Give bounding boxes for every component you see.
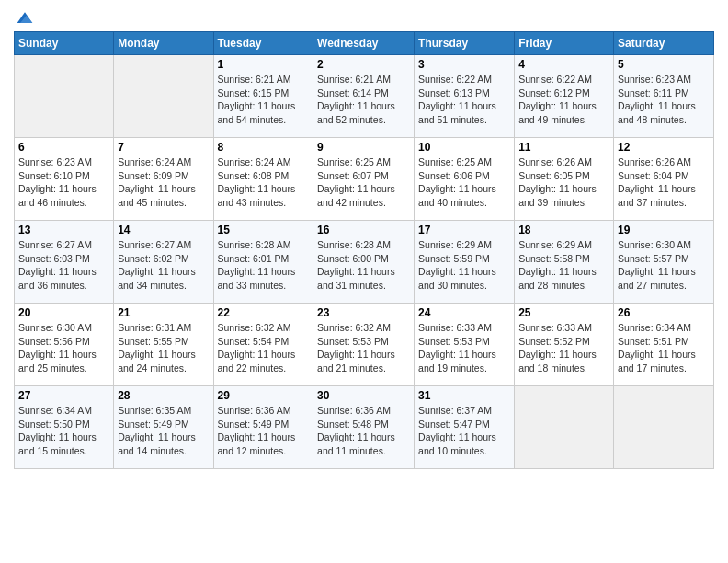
- day-number: 30: [317, 389, 410, 402]
- day-detail: Sunrise: 6:23 AM Sunset: 6:11 PM Dayligh…: [618, 73, 710, 127]
- calendar-cell: 4Sunrise: 6:22 AM Sunset: 6:12 PM Daylig…: [515, 55, 614, 138]
- day-detail: Sunrise: 6:35 AM Sunset: 5:49 PM Dayligh…: [118, 404, 209, 458]
- day-number: 9: [317, 141, 410, 154]
- day-number: 14: [118, 224, 209, 236]
- day-number: 25: [518, 306, 609, 319]
- day-detail: Sunrise: 6:22 AM Sunset: 6:13 PM Dayligh…: [418, 73, 510, 127]
- day-number: 12: [618, 141, 710, 154]
- calendar-cell: 20Sunrise: 6:30 AM Sunset: 5:56 PM Dayli…: [15, 304, 114, 386]
- calendar-cell: 3Sunrise: 6:22 AM Sunset: 6:13 PM Daylig…: [415, 55, 515, 138]
- calendar-cell: [15, 55, 114, 138]
- calendar-cell: 12Sunrise: 6:26 AM Sunset: 6:04 PM Dayli…: [614, 138, 714, 221]
- calendar-cell: 13Sunrise: 6:27 AM Sunset: 6:03 PM Dayli…: [15, 221, 114, 304]
- calendar-cell: 16Sunrise: 6:28 AM Sunset: 6:00 PM Dayli…: [313, 221, 415, 304]
- day-number: 13: [18, 224, 109, 236]
- weekday-header-saturday: Saturday: [614, 32, 714, 55]
- calendar-cell: 10Sunrise: 6:25 AM Sunset: 6:06 PM Dayli…: [415, 138, 515, 221]
- day-number: 26: [618, 306, 710, 319]
- day-detail: Sunrise: 6:37 AM Sunset: 5:47 PM Dayligh…: [418, 404, 510, 458]
- day-detail: Sunrise: 6:29 AM Sunset: 5:59 PM Dayligh…: [418, 238, 510, 293]
- day-number: 5: [618, 58, 710, 71]
- calendar-cell: 30Sunrise: 6:36 AM Sunset: 5:48 PM Dayli…: [313, 386, 415, 469]
- day-number: 1: [218, 58, 310, 71]
- calendar-cell: 18Sunrise: 6:29 AM Sunset: 5:58 PM Dayli…: [515, 221, 614, 304]
- day-detail: Sunrise: 6:29 AM Sunset: 5:58 PM Dayligh…: [518, 238, 609, 293]
- day-number: 22: [218, 306, 310, 319]
- day-number: 16: [317, 224, 410, 236]
- day-number: 31: [418, 389, 510, 402]
- header: [14, 9, 714, 24]
- day-number: 11: [518, 141, 609, 154]
- day-detail: Sunrise: 6:34 AM Sunset: 5:51 PM Dayligh…: [618, 321, 710, 375]
- day-detail: Sunrise: 6:21 AM Sunset: 6:14 PM Dayligh…: [317, 73, 410, 127]
- weekday-header-tuesday: Tuesday: [213, 32, 313, 55]
- calendar-cell: 15Sunrise: 6:28 AM Sunset: 6:01 PM Dayli…: [213, 221, 313, 304]
- calendar-cell: 22Sunrise: 6:32 AM Sunset: 5:54 PM Dayli…: [213, 304, 313, 386]
- day-number: 2: [317, 58, 410, 71]
- day-number: 20: [18, 306, 109, 319]
- day-number: 29: [218, 389, 310, 402]
- calendar-cell: [614, 386, 714, 469]
- day-number: 17: [418, 224, 510, 236]
- calendar-cell: 8Sunrise: 6:24 AM Sunset: 6:08 PM Daylig…: [213, 138, 313, 221]
- day-detail: Sunrise: 6:36 AM Sunset: 5:49 PM Dayligh…: [218, 404, 310, 458]
- weekday-header-sunday: Sunday: [15, 32, 114, 55]
- week-row-2: 6Sunrise: 6:23 AM Sunset: 6:10 PM Daylig…: [15, 138, 714, 221]
- day-number: 23: [317, 306, 410, 319]
- weekday-header-monday: Monday: [114, 32, 213, 55]
- day-detail: Sunrise: 6:23 AM Sunset: 6:10 PM Dayligh…: [18, 155, 109, 210]
- calendar-cell: 6Sunrise: 6:23 AM Sunset: 6:10 PM Daylig…: [15, 138, 114, 221]
- calendar-cell: 19Sunrise: 6:30 AM Sunset: 5:57 PM Dayli…: [614, 221, 714, 304]
- day-detail: Sunrise: 6:28 AM Sunset: 6:00 PM Dayligh…: [317, 238, 410, 293]
- calendar-cell: 24Sunrise: 6:33 AM Sunset: 5:53 PM Dayli…: [415, 304, 515, 386]
- day-number: 7: [118, 141, 209, 154]
- calendar-cell: 17Sunrise: 6:29 AM Sunset: 5:59 PM Dayli…: [415, 221, 515, 304]
- calendar-cell: 28Sunrise: 6:35 AM Sunset: 5:49 PM Dayli…: [114, 386, 213, 469]
- day-number: 27: [18, 389, 109, 402]
- calendar-cell: 23Sunrise: 6:32 AM Sunset: 5:53 PM Dayli…: [313, 304, 415, 386]
- day-detail: Sunrise: 6:36 AM Sunset: 5:48 PM Dayligh…: [317, 404, 410, 458]
- logo: [14, 9, 34, 24]
- day-detail: Sunrise: 6:33 AM Sunset: 5:53 PM Dayligh…: [418, 321, 510, 375]
- weekday-header-thursday: Thursday: [415, 32, 515, 55]
- day-number: 4: [518, 58, 609, 71]
- day-detail: Sunrise: 6:28 AM Sunset: 6:01 PM Dayligh…: [218, 238, 310, 293]
- day-detail: Sunrise: 6:32 AM Sunset: 5:53 PM Dayligh…: [317, 321, 410, 375]
- calendar-cell: 9Sunrise: 6:25 AM Sunset: 6:07 PM Daylig…: [313, 138, 415, 221]
- weekday-header-row: SundayMondayTuesdayWednesdayThursdayFrid…: [15, 32, 714, 55]
- day-detail: Sunrise: 6:32 AM Sunset: 5:54 PM Dayligh…: [218, 321, 310, 375]
- day-number: 10: [418, 141, 510, 154]
- day-detail: Sunrise: 6:21 AM Sunset: 6:15 PM Dayligh…: [218, 73, 310, 127]
- day-detail: Sunrise: 6:24 AM Sunset: 6:09 PM Dayligh…: [118, 155, 209, 210]
- day-detail: Sunrise: 6:31 AM Sunset: 5:55 PM Dayligh…: [118, 321, 209, 375]
- calendar-cell: [515, 386, 614, 469]
- calendar-cell: 27Sunrise: 6:34 AM Sunset: 5:50 PM Dayli…: [15, 386, 114, 469]
- day-number: 15: [218, 224, 310, 236]
- calendar-cell: 29Sunrise: 6:36 AM Sunset: 5:49 PM Dayli…: [213, 386, 313, 469]
- day-detail: Sunrise: 6:27 AM Sunset: 6:02 PM Dayligh…: [118, 238, 209, 293]
- day-detail: Sunrise: 6:22 AM Sunset: 6:12 PM Dayligh…: [518, 73, 609, 127]
- day-number: 18: [518, 224, 609, 236]
- calendar-cell: 1Sunrise: 6:21 AM Sunset: 6:15 PM Daylig…: [213, 55, 313, 138]
- week-row-1: 1Sunrise: 6:21 AM Sunset: 6:15 PM Daylig…: [15, 55, 714, 138]
- day-number: 21: [118, 306, 209, 319]
- day-number: 24: [418, 306, 510, 319]
- calendar-cell: 31Sunrise: 6:37 AM Sunset: 5:47 PM Dayli…: [415, 386, 515, 469]
- day-detail: Sunrise: 6:25 AM Sunset: 6:06 PM Dayligh…: [418, 155, 510, 210]
- day-number: 3: [418, 58, 510, 71]
- week-row-5: 27Sunrise: 6:34 AM Sunset: 5:50 PM Dayli…: [15, 386, 714, 469]
- day-detail: Sunrise: 6:27 AM Sunset: 6:03 PM Dayligh…: [18, 238, 109, 293]
- calendar-cell: 14Sunrise: 6:27 AM Sunset: 6:02 PM Dayli…: [114, 221, 213, 304]
- calendar-cell: 5Sunrise: 6:23 AM Sunset: 6:11 PM Daylig…: [614, 55, 714, 138]
- day-number: 28: [118, 389, 209, 402]
- calendar-cell: 11Sunrise: 6:26 AM Sunset: 6:05 PM Dayli…: [515, 138, 614, 221]
- day-number: 19: [618, 224, 710, 236]
- calendar-cell: 25Sunrise: 6:33 AM Sunset: 5:52 PM Dayli…: [515, 304, 614, 386]
- calendar-page: SundayMondayTuesdayWednesdayThursdayFrid…: [0, 0, 728, 563]
- day-number: 6: [18, 141, 109, 154]
- week-row-3: 13Sunrise: 6:27 AM Sunset: 6:03 PM Dayli…: [15, 221, 714, 304]
- logo-icon: [16, 9, 34, 28]
- day-number: 8: [218, 141, 310, 154]
- day-detail: Sunrise: 6:25 AM Sunset: 6:07 PM Dayligh…: [317, 155, 410, 210]
- day-detail: Sunrise: 6:33 AM Sunset: 5:52 PM Dayligh…: [518, 321, 609, 375]
